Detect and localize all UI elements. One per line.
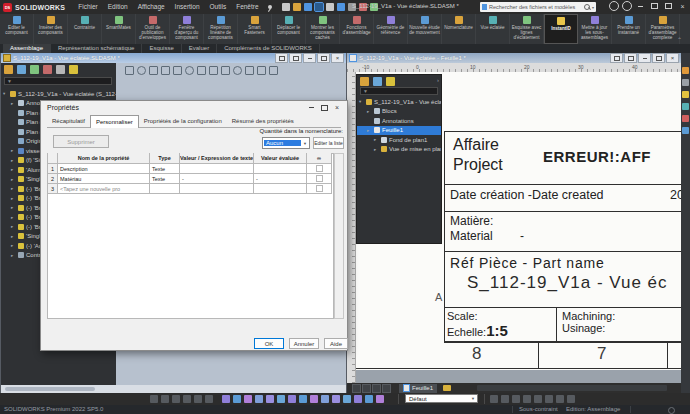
expand-arrow-icon[interactable]: ▸ xyxy=(11,243,16,248)
tool-icon[interactable] xyxy=(512,395,520,403)
search-dropdown-icon[interactable]: ▾ xyxy=(592,5,594,10)
tool-icon[interactable] xyxy=(172,395,180,403)
custom-properties-icon[interactable] xyxy=(682,127,689,134)
featuremanager-tab-icon[interactable] xyxy=(30,65,39,74)
tool-icon[interactable] xyxy=(244,395,252,403)
featuremanager-tab-icon[interactable] xyxy=(69,65,78,74)
drawing-tree-filter-input[interactable]: ▼ xyxy=(360,87,438,95)
user-icon[interactable] xyxy=(609,1,619,11)
design-library-icon[interactable] xyxy=(682,79,689,86)
ribbon-button-param-tres-d-assemblage-complexe[interactable]: Paramètres d'assemblage complexe xyxy=(646,14,680,44)
scrollbar-thumb[interactable] xyxy=(5,387,95,391)
ribbon-button-nomenclature[interactable]: Nomenclature xyxy=(442,14,476,44)
tree-item-s-112-19-v1a-vue-clat-e-s-112-19-v1[interactable]: ▾S_112-19_V1a - Vue éclatée (S_112-19_V1 xyxy=(1,89,116,99)
ribbon-button-instantid[interactable]: InstantID xyxy=(544,14,578,44)
tool-icon[interactable] xyxy=(556,395,564,403)
ribbon-button-fen-tre-d-aper-u-du-composant[interactable]: Fenêtre d'aperçu du composant xyxy=(170,14,204,44)
tool-icon[interactable] xyxy=(161,395,169,403)
ribbon-button-esquisse-avec-lignes-d-clatement[interactable]: Esquisse avec lignes d'éclatement xyxy=(510,14,544,44)
ribbon-button-nouvelle-tude-de-mouvement[interactable]: Nouvelle étude de mouvement xyxy=(408,14,442,44)
status-icon[interactable] xyxy=(668,407,675,414)
edit-list-button[interactable]: Editer la liste xyxy=(313,137,344,149)
ribbon-button-smart-fasteners[interactable]: Smart Fasteners xyxy=(238,14,272,44)
undo-icon[interactable] xyxy=(337,3,345,11)
help-button[interactable]: Aide xyxy=(324,338,348,349)
expand-arrow-icon[interactable]: ▸ xyxy=(374,147,379,152)
ribbon-button-d-placer-le-composant[interactable]: Déplacer le composant xyxy=(272,14,306,44)
configuration-dropdown[interactable]: Défaut▼ xyxy=(405,394,478,403)
appearances-icon[interactable] xyxy=(682,115,689,122)
help-icon[interactable] xyxy=(622,1,632,11)
view-tool-icon[interactable] xyxy=(149,66,158,75)
tool-icon[interactable] xyxy=(288,395,296,403)
tool-icon[interactable] xyxy=(501,395,509,403)
ribbon-button-r-p-tition-lin-aire-de-composants[interactable]: Répétition linéaire de composants xyxy=(204,14,238,44)
link-cell[interactable] xyxy=(307,164,332,174)
featuremanager-tab-icon[interactable] xyxy=(373,77,382,86)
view-tool-icon[interactable] xyxy=(233,66,242,75)
window-button[interactable] xyxy=(317,53,330,63)
expand-arrow-icon[interactable]: ▸ xyxy=(11,215,16,220)
expand-arrow-icon[interactable]: ▸ xyxy=(11,167,16,172)
tool-icon[interactable] xyxy=(150,395,158,403)
value-cell[interactable]: - xyxy=(180,174,254,184)
tree-filter-input[interactable]: ▼ xyxy=(4,77,112,85)
view-tool-icon[interactable] xyxy=(173,66,182,75)
type-cell[interactable] xyxy=(150,184,180,194)
tool-icon[interactable] xyxy=(255,395,263,403)
window-button[interactable] xyxy=(624,53,637,63)
tab-assemblage[interactable]: Assemblage xyxy=(3,44,51,53)
featuremanager-tab-icon[interactable] xyxy=(386,77,395,86)
tree-item-feuille1[interactable]: ▸Feuille1 xyxy=(357,126,441,136)
view-tool-icon[interactable] xyxy=(257,66,266,75)
tool-icon[interactable] xyxy=(332,395,340,403)
open-icon[interactable] xyxy=(293,3,301,11)
dialog-tab-personnaliser[interactable]: Personnaliser xyxy=(90,115,139,128)
expand-arrow-icon[interactable]: ▾ xyxy=(3,91,8,96)
window-button[interactable] xyxy=(289,53,302,63)
type-cell[interactable]: Texte xyxy=(150,174,180,184)
sheet-nav-button[interactable] xyxy=(382,384,391,393)
titleblock-part-name[interactable]: S_112-19_V1a - Vue éc xyxy=(467,273,668,293)
titleblock-date-value[interactable]: 20 xyxy=(670,188,681,202)
drawing-window-titlebar[interactable]: S_112-19_V1a - Vue éclatée - Feuille1 * … xyxy=(347,53,681,63)
view-tool-icon[interactable] xyxy=(197,66,206,75)
tab-repr-sentation-sch-matique[interactable]: Représentation schématique xyxy=(51,44,142,53)
bom-quantity-dropdown[interactable]: Aucun ▼ xyxy=(262,137,310,149)
tool-icon[interactable] xyxy=(376,395,384,403)
link-checkbox[interactable] xyxy=(316,165,323,172)
expand-arrow-icon[interactable]: ▸ xyxy=(367,109,372,114)
delete-button[interactable]: Supprimer xyxy=(53,135,109,148)
tab-compl-ments-de-solidworks[interactable]: Compléments de SOLIDWORKS xyxy=(217,44,320,53)
tree-item-fond-de-plan1[interactable]: ▸Fond de plan1 xyxy=(357,135,441,145)
view-tool-icon[interactable] xyxy=(269,66,278,75)
pin-icon[interactable] xyxy=(268,5,272,9)
link-checkbox[interactable] xyxy=(316,175,323,182)
tree-item-blocs[interactable]: ▸Blocs xyxy=(357,107,441,117)
tool-icon[interactable] xyxy=(365,395,373,403)
expand-arrow-icon[interactable]: ▸ xyxy=(11,224,16,229)
dialog-tab-propri-t-s-de-la-configuration[interactable]: Propriétés de la configuration xyxy=(139,115,227,127)
tree-item-annotations[interactable]: Annotations xyxy=(357,116,441,126)
maximize-button[interactable] xyxy=(318,103,330,112)
featuremanager-tab-icon[interactable] xyxy=(360,77,369,86)
name-cell[interactable]: Matériau xyxy=(58,174,150,184)
sheet-scrollbar[interactable] xyxy=(477,385,667,391)
sheet-nav-button[interactable] xyxy=(362,384,371,393)
evaluated-cell[interactable]: - xyxy=(254,174,307,184)
print-icon[interactable] xyxy=(326,3,334,11)
view-tool-icon[interactable] xyxy=(161,66,170,75)
expand-arrow-icon[interactable]: ▸ xyxy=(11,253,16,258)
titleblock-material-value[interactable]: - xyxy=(520,229,524,243)
chevron-down-icon[interactable]: ▼ xyxy=(301,141,309,146)
link-cell[interactable] xyxy=(307,184,332,194)
tool-icon[interactable] xyxy=(205,395,213,403)
assembly-window-titlebar[interactable]: S_112-19_V1a - Vue éclatée.SLDASM * × xyxy=(1,53,346,63)
tool-icon[interactable] xyxy=(233,395,241,403)
tool-icon[interactable] xyxy=(354,395,362,403)
window-button[interactable] xyxy=(610,53,623,63)
close-button[interactable]: × xyxy=(331,53,344,63)
tool-icon[interactable] xyxy=(222,395,230,403)
titleblock-error-value[interactable]: ERREUR!:AFF xyxy=(543,148,651,165)
tool-icon[interactable] xyxy=(534,395,542,403)
